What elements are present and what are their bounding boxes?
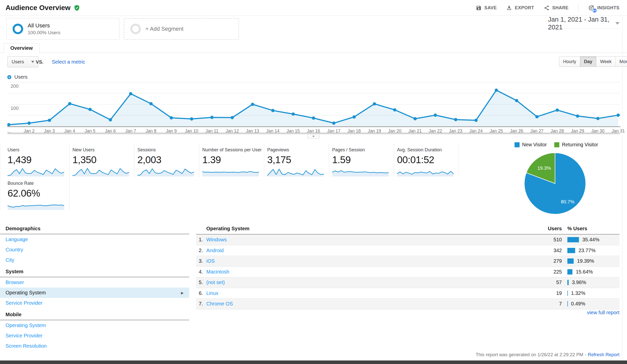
add-segment-button[interactable]: + Add Segment — [124, 18, 239, 40]
os-link[interactable]: iOS — [206, 258, 538, 264]
os-link[interactable]: Macintosh — [206, 269, 538, 275]
page-title: Audience Overview — [6, 4, 80, 12]
insights-count-badge: 9+ — [592, 8, 597, 13]
metric-dropdown[interactable]: Users — [7, 56, 38, 67]
row-rank: 1. — [196, 237, 206, 243]
row-rank: 7. — [196, 301, 206, 307]
segment-ring-icon — [130, 24, 141, 34]
pct-bar — [567, 301, 568, 306]
sidebar-item-service-provider[interactable]: Service Provider — [0, 298, 189, 308]
table-row: 6.Linux191.32% — [196, 288, 619, 299]
os-link[interactable]: Windows — [206, 237, 538, 243]
row-users-value: 510 — [538, 237, 562, 243]
pct-value-label: 1.32% — [571, 290, 585, 296]
export-label: EXPORT — [515, 5, 534, 11]
refresh-report-link[interactable]: Refresh Report — [588, 352, 619, 357]
tab-bar-line — [0, 53, 627, 53]
table-row: 1.Windows51035.44% — [196, 235, 619, 245]
pie-slice-value-label: 80.7% — [561, 199, 574, 204]
tab-overview[interactable]: Overview — [4, 43, 40, 53]
granularity-day[interactable]: Day — [580, 57, 596, 67]
date-range-selector[interactable]: Jan 1, 2021 - Jan 31, 2021 — [548, 18, 619, 29]
row-pct-cell: 3.96% — [562, 280, 619, 285]
share-label: SHARE — [552, 5, 569, 11]
panel-edge — [622, 16, 622, 360]
pct-value-label: 3.96% — [572, 280, 586, 285]
sidebar-item-city[interactable]: City — [0, 255, 189, 265]
select-metric-link[interactable]: Select a metric — [52, 59, 85, 65]
os-link[interactable]: Linux — [206, 290, 538, 296]
granularity-hourly[interactable]: Hourly — [559, 57, 580, 67]
sidebar-item-operating-system[interactable]: Operating System — [0, 320, 189, 331]
scorecard-sessions: Sessions2,003 — [134, 144, 199, 177]
sidebar-item-country[interactable]: Country — [0, 245, 189, 255]
row-pct-cell: 1.32% — [562, 290, 619, 296]
sidebar-item-label: Screen Resolution — [6, 343, 47, 349]
sidebar-item-label: Language — [6, 237, 28, 242]
y-axis-tick: 100 — [11, 106, 19, 111]
sparkline — [332, 167, 389, 177]
sidebar-item-label: Operating System — [6, 290, 46, 296]
os-link[interactable]: Android — [206, 248, 538, 253]
pie-legend-label: Returning Visitor — [562, 142, 598, 148]
scorecard-value: 62.06% — [8, 188, 66, 199]
export-button[interactable]: EXPORT — [506, 5, 534, 11]
sidebar-section-mobile: Mobile — [0, 312, 189, 320]
users-line-chart: 100200 — [0, 82, 627, 128]
scorecard-label: Bounce Rate — [8, 181, 66, 186]
toolbar-divider — [578, 4, 578, 12]
granularity-week[interactable]: Week — [596, 57, 615, 67]
chevron-down-icon — [312, 136, 315, 137]
os-link[interactable]: (not set) — [206, 280, 538, 285]
verified-shield-icon — [73, 5, 80, 11]
y-axis-tick: 200 — [11, 83, 19, 89]
scorecard-value: 1,439 — [8, 154, 66, 165]
table-row: 2.Android34223.77% — [196, 245, 619, 256]
row-users-value: 19 — [538, 290, 562, 296]
pct-value-label: 15.64% — [576, 269, 593, 275]
sidebar-item-screen-resolution[interactable]: Screen Resolution — [0, 341, 189, 351]
table-row: 3.iOS27919.39% — [196, 256, 619, 267]
pie-legend: New VisitorReturning Visitor — [515, 142, 598, 148]
scorecard-pageviews: Pageviews3,175 — [264, 144, 329, 177]
pct-bar — [567, 237, 579, 242]
row-pct-cell: 35.44% — [562, 237, 619, 243]
sparkline — [8, 200, 64, 210]
os-link[interactable]: Chrome OS — [206, 301, 538, 307]
view-full-report-link[interactable]: view full report — [587, 310, 619, 315]
pct-value-label: 19.39% — [577, 258, 594, 264]
sidebar-item-language[interactable]: Language — [0, 234, 189, 245]
granularity-month[interactable]: Month — [615, 57, 627, 67]
pct-bar — [567, 269, 572, 275]
scorecard-label: Pages / Session — [332, 147, 391, 153]
scorecards-row-1: Users1,439New Users1,350Sessions2,003Num… — [0, 144, 459, 177]
chart-scrollbar[interactable] — [8, 132, 620, 134]
sidebar-item-operating-system[interactable]: Operating System▶ — [0, 288, 189, 298]
share-button[interactable]: SHARE — [544, 5, 569, 11]
sidebar-item-label: Country — [6, 247, 23, 253]
table-header-pct-users: % Users — [562, 226, 619, 232]
users-series-dot-icon — [7, 75, 11, 79]
scorecard-value: 1,350 — [72, 154, 131, 165]
metric-dropdown-value: Users — [12, 59, 24, 65]
pie-legend-label: New Visitor — [522, 142, 547, 148]
sparkline — [8, 167, 64, 177]
visitor-type-pie-chart: 80.7%19.3% — [522, 151, 588, 216]
sparkline — [137, 167, 194, 177]
save-button[interactable]: SAVE — [476, 5, 497, 11]
row-rank: 3. — [196, 258, 206, 264]
sidebar-item-browser[interactable]: Browser — [0, 277, 189, 288]
annotations-toggle-tab[interactable] — [307, 134, 320, 139]
sparkline — [202, 167, 259, 177]
segment-all-users[interactable]: All Users 100.00% Users — [6, 18, 120, 40]
insights-button[interactable]: 9+ INSIGHTS — [588, 5, 619, 11]
scorecard-label: Users — [8, 147, 66, 153]
top-app-bar: Audience Overview SAVE EXPORT SHARE — [0, 0, 627, 16]
scorecard-value: 00:01:52 — [397, 154, 456, 165]
scorecard-value: 1.39 — [202, 154, 261, 165]
pie-slice-value-label: 19.3% — [537, 165, 551, 171]
sidebar-item-service-provider[interactable]: Service Provider — [0, 331, 189, 341]
row-users-value: 7 — [538, 301, 562, 307]
os-table: Operating System Users % Users 1.Windows… — [196, 226, 619, 309]
add-segment-label: + Add Segment — [145, 26, 183, 32]
